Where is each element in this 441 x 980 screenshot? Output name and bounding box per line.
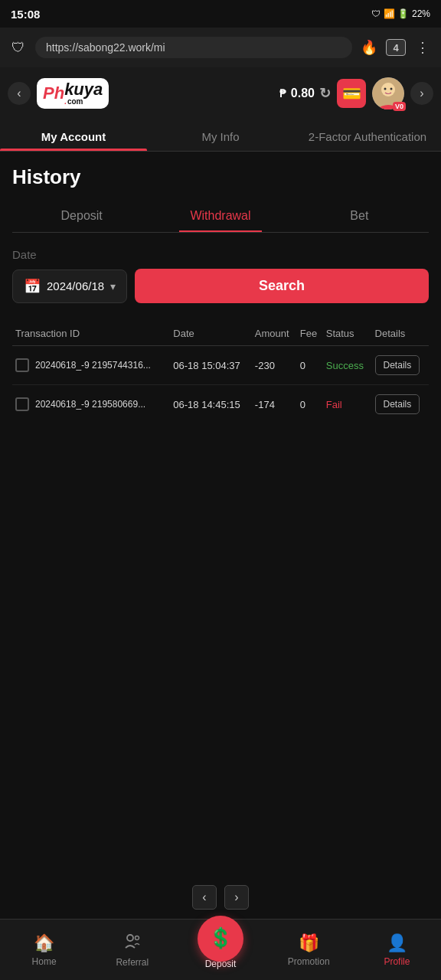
date-picker-button[interactable]: 📅 2024/06/18 ▾ <box>12 270 127 303</box>
sub-tabs: Deposit Withdrawal Bet <box>12 201 429 233</box>
forward-button[interactable]: › <box>410 82 433 105</box>
profile-icon: 👤 <box>387 933 407 953</box>
status-cell: Fail <box>323 385 372 424</box>
logo: Ph kuya . com <box>37 78 109 109</box>
date-search-row: 📅 2024/06/18 ▾ Search <box>12 269 429 303</box>
bottom-nav: 🏠 Home Referral 💲 Deposit 🎁 Promotion 👤 … <box>0 919 441 980</box>
date-cell: 06-18 14:45:15 <box>170 385 252 424</box>
date-label: Date <box>12 248 429 261</box>
wallet-button[interactable]: 💳 <box>337 79 366 108</box>
more-icon[interactable]: ⋮ <box>412 37 433 58</box>
nav-promotion-label: Promotion <box>288 956 330 967</box>
tab-2fa[interactable]: 2-Factor Authentication <box>294 119 441 151</box>
tab-count[interactable]: 4 <box>386 39 406 56</box>
logo-container: Ph kuya . com <box>37 78 273 109</box>
nav-home[interactable]: 🏠 Home <box>0 927 88 973</box>
amount-cell: -174 <box>252 385 297 424</box>
history-title: History <box>12 165 429 189</box>
row-checkbox-2[interactable] <box>15 397 29 411</box>
tx-id-cell: 20240618_-9 219580669... <box>12 385 170 424</box>
col-amount: Amount <box>252 322 297 346</box>
status-icons: 🛡 📶 🔋 <box>371 8 409 19</box>
balance-area: ₱ 0.80 ↻ <box>279 85 331 102</box>
avatar-badge: V0 <box>393 102 406 111</box>
details-cell: Details <box>372 346 429 385</box>
nav-referral[interactable]: Referral <box>88 926 176 974</box>
nav-profile-label: Profile <box>384 956 410 967</box>
tab-my-info[interactable]: My Info <box>147 119 294 151</box>
nav-home-label: Home <box>32 956 57 967</box>
home-icon: 🏠 <box>34 933 54 953</box>
sub-tab-deposit[interactable]: Deposit <box>12 201 151 232</box>
deposit-fab-button[interactable]: 💲 <box>198 916 243 962</box>
status-time: 15:08 <box>11 8 40 21</box>
back-button[interactable]: ‹ <box>8 82 31 105</box>
col-details: Details <box>372 322 429 346</box>
nav-referral-label: Referral <box>116 957 149 968</box>
table-row: 20240618_-9 219580669... 06-18 14:45:15 … <box>12 385 429 424</box>
main-tabs: My Account My Info 2-Factor Authenticati… <box>0 119 441 152</box>
fee-cell: 0 <box>297 385 323 424</box>
svg-point-4 <box>390 88 393 90</box>
date-cell: 06-18 15:04:37 <box>170 346 252 385</box>
nav-deposit[interactable]: 💲 Deposit <box>176 931 264 969</box>
col-status: Status <box>323 322 372 346</box>
status-cell: Success <box>323 346 372 385</box>
logo-ph: Ph <box>43 83 64 103</box>
chevron-down-icon: ▾ <box>110 280 116 292</box>
col-date: Date <box>170 322 252 346</box>
details-button-2[interactable]: Details <box>375 394 420 414</box>
table-container: Transaction ID Date Amount Fee Status De… <box>12 322 429 423</box>
peso-sign: ₱ <box>279 87 286 100</box>
shield-icon: 🛡 <box>8 37 29 58</box>
nav-promotion[interactable]: 🎁 Promotion <box>265 927 353 973</box>
svg-point-5 <box>127 935 133 941</box>
deposit-icon: 💲 <box>208 926 233 950</box>
status-badge-fail: Fail <box>326 399 342 410</box>
fee-cell: 0 <box>297 346 323 385</box>
status-badge-success: Success <box>326 360 364 371</box>
tx-id-cell: 20240618_-9 2195744316... <box>12 346 170 385</box>
transactions-table: Transaction ID Date Amount Fee Status De… <box>12 322 429 423</box>
search-button[interactable]: Search <box>135 269 429 303</box>
avatar-container[interactable]: V0 <box>372 77 404 109</box>
svg-point-3 <box>384 88 387 90</box>
browser-bar: 🛡 https://sabong22.work/mi 🔥 4 ⋮ <box>0 28 441 67</box>
sub-tab-bet[interactable]: Bet <box>290 201 429 232</box>
tab-my-account[interactable]: My Account <box>0 119 147 151</box>
date-value: 2024/06/18 <box>47 279 104 292</box>
sub-tab-withdrawal[interactable]: Withdrawal <box>151 201 289 232</box>
col-fee: Fee <box>297 322 323 346</box>
balance-value: 0.80 <box>291 87 315 100</box>
calendar-icon: 📅 <box>24 278 41 295</box>
status-right: 🛡 📶 🔋 22% <box>371 8 430 19</box>
row-checkbox-1[interactable] <box>15 358 29 372</box>
refresh-icon[interactable]: ↻ <box>319 85 331 102</box>
url-bar[interactable]: https://sabong22.work/mi <box>35 37 352 58</box>
prev-page-button[interactable]: ‹ <box>192 885 217 910</box>
amount-cell: -230 <box>252 346 297 385</box>
next-page-button[interactable]: › <box>224 885 249 910</box>
nav-profile[interactable]: 👤 Profile <box>353 927 441 973</box>
svg-point-6 <box>135 936 139 939</box>
col-transaction-id: Transaction ID <box>12 322 170 346</box>
page-content: History Deposit Withdrawal Bet Date 📅 20… <box>0 152 441 437</box>
details-cell: Details <box>372 385 429 424</box>
battery-label: 22% <box>412 8 430 19</box>
logo-com: com <box>67 98 83 106</box>
logo-dot: . <box>64 98 67 106</box>
status-bar: 15:08 🛡 📶 🔋 22% <box>0 0 441 28</box>
app-header: ‹ Ph kuya . com ₱ 0.80 ↻ 💳 <box>0 67 441 119</box>
promotion-icon: 🎁 <box>299 933 319 953</box>
table-row: 20240618_-9 2195744316... 06-18 15:04:37… <box>12 346 429 385</box>
referral-icon <box>124 933 141 954</box>
pagination-row: ‹ › <box>0 879 441 916</box>
logo-kuya: kuya <box>64 81 103 98</box>
fire-icon: 🔥 <box>358 37 380 58</box>
details-button-1[interactable]: Details <box>375 355 420 375</box>
